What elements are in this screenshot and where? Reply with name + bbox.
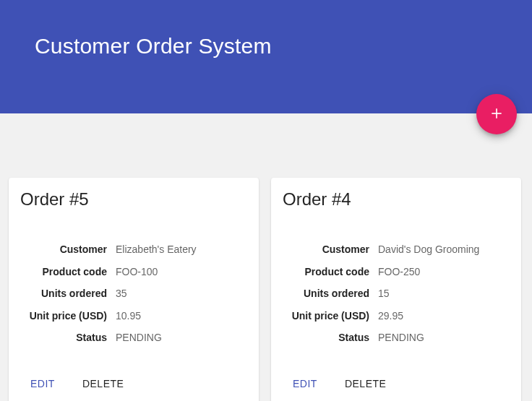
order-row-product-code: Product code FOO-250 [283, 265, 510, 280]
order-card: Order #4 Customer David's Dog Grooming P… [271, 178, 521, 401]
order-row-units: Units ordered 35 [20, 287, 247, 301]
field-value: 35 [116, 287, 247, 301]
order-row-customer: Customer David's Dog Grooming [283, 243, 510, 257]
order-row-status: Status PENDING [283, 331, 510, 345]
order-row-status: Status PENDING [20, 331, 247, 345]
orders-list: Order #5 Customer Elizabeth's Eatery Pro… [9, 178, 523, 401]
field-value: FOO-250 [378, 265, 510, 280]
field-value: 10.95 [116, 309, 247, 324]
field-label: Units ordered [20, 287, 116, 301]
field-label: Units ordered [283, 287, 378, 301]
delete-button[interactable]: DELETE [335, 372, 396, 395]
order-row-unit-price: Unit price (USD) 29.95 [283, 309, 510, 324]
field-value: PENDING [116, 331, 247, 345]
field-value: David's Dog Grooming [378, 243, 510, 257]
field-label: Product code [20, 265, 116, 280]
field-value: 29.95 [378, 309, 510, 324]
order-actions: EDIT DELETE [283, 372, 510, 400]
field-label: Status [20, 331, 116, 345]
delete-button[interactable]: DELETE [72, 372, 134, 395]
plus-icon [489, 106, 504, 123]
add-order-button[interactable] [476, 94, 517, 134]
field-label: Customer [20, 243, 116, 257]
field-value: 15 [378, 287, 510, 301]
order-details: Customer Elizabeth's Eatery Product code… [20, 243, 247, 353]
field-label: Unit price (USD) [283, 309, 378, 324]
field-label: Customer [283, 243, 378, 257]
order-details: Customer David's Dog Grooming Product co… [283, 243, 510, 353]
field-value: PENDING [378, 331, 510, 345]
field-label: Product code [283, 265, 378, 280]
app-header: Customer Order System [0, 0, 532, 113]
field-value: FOO-100 [116, 265, 247, 280]
order-actions: EDIT DELETE [20, 372, 247, 400]
order-row-product-code: Product code FOO-100 [20, 265, 247, 280]
page-title: Customer Order System [35, 34, 497, 59]
order-card: Order #5 Customer Elizabeth's Eatery Pro… [9, 178, 259, 401]
edit-button[interactable]: EDIT [20, 372, 65, 395]
content-area: Order #5 Customer Elizabeth's Eatery Pro… [0, 113, 532, 401]
field-value: Elizabeth's Eatery [116, 243, 247, 257]
field-label: Status [283, 331, 378, 345]
order-row-customer: Customer Elizabeth's Eatery [20, 243, 247, 257]
order-title: Order #5 [20, 189, 247, 210]
order-row-units: Units ordered 15 [283, 287, 510, 301]
edit-button[interactable]: EDIT [283, 372, 327, 395]
order-row-unit-price: Unit price (USD) 10.95 [20, 309, 247, 324]
order-title: Order #4 [283, 189, 510, 210]
field-label: Unit price (USD) [20, 309, 116, 324]
